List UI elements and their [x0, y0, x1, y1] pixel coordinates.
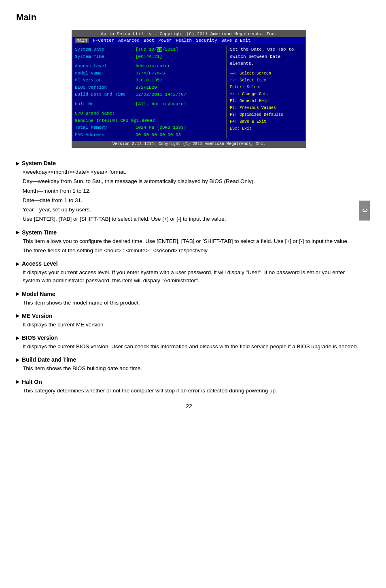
- field-system-date-value: [Tue 10/28/2011]: [136, 46, 178, 53]
- bios-menu-health: Health: [176, 38, 192, 43]
- section-access-level: Access Level It displays your current ac…: [16, 260, 362, 285]
- section-model-name-p1: This item shows the model name of this p…: [23, 299, 362, 307]
- section-me-version-title: ME Version: [16, 313, 362, 319]
- field-cpu-brand-value: Genuine Intel(R) CPU 0@1.80GHz: [75, 117, 155, 124]
- section-model-name-title: Model Name: [16, 291, 362, 297]
- section-bios-version-title: BIOS Version: [16, 334, 362, 341]
- bios-menu-advanced: Advanced: [118, 38, 140, 43]
- bios-body: System Date [Tue 10/28/2011] System Time…: [72, 44, 305, 141]
- field-memory-label: Total Memory: [75, 124, 131, 131]
- bios-nav-text: →←: Select Screen ↑↓: Select Item Enter:…: [230, 70, 303, 132]
- field-cpu-brand-label: CPU Brand Name:: [75, 110, 115, 117]
- nav-f4: F4: Save & Exit: [230, 118, 303, 125]
- section-system-time-title: System Time: [16, 229, 362, 236]
- bios-menu-main: Main: [75, 38, 89, 43]
- section-system-time-p2: The three fields of the setting are <hou…: [23, 247, 362, 255]
- section-access-level-title: Access Level: [16, 260, 362, 267]
- section-system-date-p3: Month—month from 1 to 12.: [23, 187, 362, 195]
- field-access-label: Access Level: [75, 63, 131, 70]
- field-build-label: Build Date and Time: [75, 91, 131, 98]
- section-halt-on: Halt On This category determines whether…: [16, 379, 362, 395]
- bios-menu-bar: Main F-Center Advanced Boot Power Health…: [72, 37, 305, 44]
- bios-help-text: Set the Date. Use Tab to switch between …: [230, 46, 303, 68]
- field-build-value: 12/02/2011 14:27:07: [136, 91, 186, 98]
- bios-menu-fcenter: F-Center: [93, 38, 114, 43]
- section-access-level-p1: It displays your current access level. I…: [23, 268, 362, 285]
- field-mac-label: MAC Address: [75, 132, 131, 138]
- section-model-name: Model Name This item shows the model nam…: [16, 291, 362, 307]
- section-system-date-p5: Year—year, set up by users.: [23, 206, 362, 214]
- field-model-label: Model Name: [75, 70, 131, 77]
- field-memory-value: 1024 MB (DDR3 1333): [136, 124, 186, 131]
- field-bios-value: B72F1D20: [136, 84, 157, 91]
- nav-f2: F2: Previous Values: [230, 104, 303, 111]
- field-system-time-value: [09:44:21]: [136, 53, 162, 60]
- section-me-version: ME Version It displays the current ME ve…: [16, 313, 362, 329]
- sections-container: System Date <weekday><month><date> <year…: [16, 160, 362, 395]
- nav-esc: ESC: Exit: [230, 125, 303, 132]
- bios-menu-boot: Boot: [144, 38, 154, 43]
- nav-f1: F1: General Help: [230, 98, 303, 104]
- section-system-date-p1: <weekday><month><date> <year> format.: [23, 168, 362, 176]
- section-bios-version: BIOS Version It displays the current BIO…: [16, 334, 362, 351]
- field-system-date-label: System Date: [75, 46, 131, 53]
- field-me-label: ME Version: [75, 77, 131, 84]
- nav-select-screen: →←: Select Screen: [230, 70, 303, 77]
- sidebar-chapter-number: 3: [359, 201, 370, 221]
- section-build-date: Build Date and Time This item shows the …: [16, 356, 362, 373]
- section-system-date-p2: Day—weekday from Sun. to Sat., this mess…: [23, 177, 362, 185]
- bios-footer: Version 2.12.1219. Copyright (C) 2011 Am…: [72, 141, 305, 147]
- nav-change-opt: +/-: Change Opt.: [230, 91, 303, 98]
- field-mac-value: 00-00-00-00-00-03: [136, 132, 181, 138]
- nav-f3: F3: Optimized Defaults: [230, 111, 303, 118]
- section-bios-version-p1: It displays the current BIOS version. Us…: [23, 343, 362, 351]
- field-system-time-label: System Time: [75, 53, 131, 60]
- nav-select-item: ↑↓: Select Item: [230, 77, 303, 84]
- field-access-value: Administrator: [136, 63, 170, 70]
- field-model-value: H77M/H77M-S: [136, 70, 165, 77]
- section-build-date-title: Build Date and Time: [16, 356, 362, 363]
- field-me-value: 8.0.0.1351: [136, 77, 162, 84]
- bios-screenshot: Aptio Setup Utility - Copyright (C) 2011…: [72, 30, 306, 148]
- section-system-time-p1: This item allows you to configure the de…: [23, 237, 362, 245]
- page-title: Main: [16, 12, 362, 23]
- section-system-date-p6: Use [ENTER], [TAB] or [SHIFT-TAB] to sel…: [23, 215, 362, 223]
- section-me-version-p1: It displays the current ME version.: [23, 321, 362, 329]
- field-bios-label: BIOS Version: [75, 84, 131, 91]
- page-number: 22: [16, 403, 362, 409]
- field-halt-value: [All, but keyboard]: [136, 101, 186, 108]
- section-system-date: System Date <weekday><month><date> <year…: [16, 160, 362, 224]
- section-system-date-title: System Date: [16, 160, 362, 166]
- bios-help: Set the Date. Use Tab to switch between …: [226, 46, 303, 138]
- section-system-date-p4: Date—date from 1 to 31.: [23, 196, 362, 205]
- bios-menu-security: Security: [196, 38, 217, 43]
- bios-title: Aptio Setup Utility - Copyright (C) 2011…: [72, 31, 305, 37]
- bios-fields: System Date [Tue 10/28/2011] System Time…: [75, 46, 224, 138]
- section-build-date-p1: This item shows the BIOS building date a…: [23, 364, 362, 373]
- nav-enter: Enter: Select: [230, 84, 303, 91]
- bios-menu-save: Save & Exit: [221, 38, 251, 43]
- section-halt-on-title: Halt On: [16, 379, 362, 385]
- section-system-time: System Time This item allows you to conf…: [16, 229, 362, 255]
- field-halt-label: Halt On: [75, 101, 131, 108]
- bios-menu-power: Power: [158, 38, 172, 43]
- section-halt-on-p1: This category determines whether or not …: [23, 387, 362, 395]
